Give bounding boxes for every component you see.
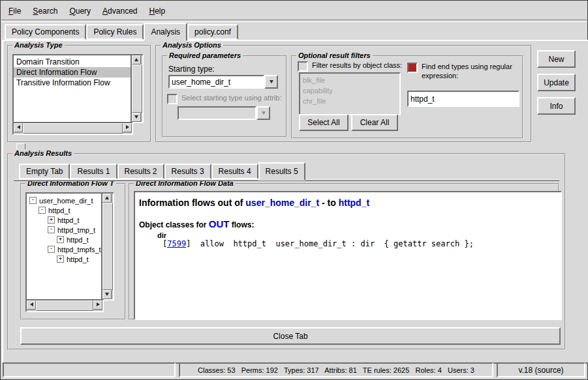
attrib-combobox bbox=[178, 106, 270, 120]
tab-results-3[interactable]: Results 3 bbox=[164, 164, 211, 179]
select-all-button[interactable]: Select All bbox=[299, 114, 348, 131]
flow-tree-hscrollbar[interactable] bbox=[25, 299, 104, 312]
attrib-checkbox bbox=[167, 94, 178, 104]
object-class-filter-checkbox[interactable] bbox=[298, 61, 308, 72]
analysis-type-vscrollbar[interactable] bbox=[131, 54, 144, 123]
scroll-up-icon[interactable] bbox=[102, 194, 112, 203]
tree-toggle-icon[interactable]: + bbox=[57, 236, 64, 243]
scroll-left-icon[interactable] bbox=[14, 123, 23, 132]
tab-results-4[interactable]: Results 4 bbox=[211, 164, 258, 179]
tree-node[interactable]: +httpd_t bbox=[27, 215, 102, 225]
tree-node[interactable]: -httpd_tmpfs_t bbox=[27, 244, 102, 254]
menu-file[interactable]: File bbox=[3, 5, 27, 18]
object-class-list: blk_file capability chr_file bbox=[299, 72, 401, 115]
rule-number-link[interactable]: 7599 bbox=[167, 239, 186, 248]
tree-node[interactable]: -httpd_tmp_t bbox=[27, 225, 102, 235]
tree-toggle-icon[interactable]: + bbox=[57, 256, 64, 263]
tab-policy-components[interactable]: Policy Components bbox=[5, 24, 86, 40]
analysis-type-option-domain-transition[interactable]: Domain Transition bbox=[14, 57, 132, 67]
rule-line: [7599] allow httpd_t user_home_dir_t : d… bbox=[162, 239, 557, 249]
analysis-type-option-transitive-information-flow[interactable]: Transitive Information Flow bbox=[14, 78, 132, 88]
tree-toggle-icon[interactable]: + bbox=[48, 216, 55, 224]
scrollbar-thumb[interactable] bbox=[23, 123, 123, 134]
tree-node[interactable]: -httpd_t bbox=[27, 205, 102, 215]
tab-results-5[interactable]: Results 5 bbox=[258, 162, 305, 181]
attrib-checkbox-row: Select starting type using attrib: bbox=[167, 93, 282, 104]
new-button[interactable]: New bbox=[537, 50, 576, 68]
menu-query[interactable]: Query bbox=[63, 5, 97, 18]
analysis-results-group: Analysis Results Empty Tab Results 1 Res… bbox=[7, 153, 566, 350]
analysis-type-list[interactable]: Domain Transition Direct Information Flo… bbox=[12, 54, 133, 126]
tree-node[interactable]: +httpd_t bbox=[27, 235, 102, 244]
scrollbar-thumb[interactable] bbox=[36, 300, 93, 311]
analysis-type-hscrollbar[interactable] bbox=[12, 122, 133, 135]
analysis-options-title: Analysis Options bbox=[161, 41, 223, 49]
menubar-separator bbox=[1, 20, 587, 22]
tree-node-label[interactable]: httpd_t bbox=[48, 207, 70, 214]
analysis-options-group: Analysis Options Required parameters Sta… bbox=[155, 45, 532, 143]
flow-direction-text: OUT bbox=[209, 218, 230, 229]
regex-checkbox-row: Find end types using regular expression: bbox=[407, 62, 519, 80]
object-class-filter-checkbox-row: Filter results by object class: bbox=[298, 61, 409, 72]
object-class-filter-label: Filter results by object class: bbox=[312, 61, 402, 70]
scroll-left-icon[interactable] bbox=[27, 300, 36, 310]
flow-tree-vscrollbar[interactable] bbox=[101, 192, 114, 300]
regex-entry[interactable] bbox=[407, 91, 519, 107]
object-class-option: capability bbox=[300, 85, 399, 96]
object-class-name: dir bbox=[157, 231, 557, 239]
scroll-right-icon[interactable] bbox=[123, 123, 132, 132]
results-tab-bar: Empty Tab Results 1 Results 2 Results 3 … bbox=[19, 164, 305, 179]
scrollbar-thumb[interactable] bbox=[102, 203, 113, 290]
source-type-text: user_home_dir_t bbox=[245, 197, 319, 208]
tree-toggle-icon[interactable]: - bbox=[39, 207, 46, 214]
flow-data-text[interactable]: Information flows out of user_home_dir_t… bbox=[134, 191, 562, 320]
scroll-down-icon[interactable] bbox=[102, 290, 112, 299]
starting-type-combobox[interactable] bbox=[168, 75, 278, 89]
tab-policy-rules[interactable]: Policy Rules bbox=[86, 24, 144, 40]
tree-toggle-icon[interactable]: - bbox=[48, 246, 55, 253]
update-button[interactable]: Update bbox=[537, 74, 576, 91]
scroll-right-icon[interactable] bbox=[93, 300, 102, 310]
scroll-down-icon[interactable] bbox=[132, 113, 141, 122]
tree-toggle-icon[interactable]: - bbox=[48, 226, 55, 233]
tree-node-label[interactable]: httpd_tmp_t bbox=[57, 226, 95, 234]
tree-node-label[interactable]: httpd_t bbox=[67, 236, 89, 244]
tab-policy-conf[interactable]: policy.conf bbox=[187, 24, 238, 40]
menu-advanced[interactable]: Advanced bbox=[97, 5, 143, 18]
flow-tree[interactable]: -user_home_dir_t -httpd_t +httpd_t -http… bbox=[25, 192, 104, 304]
regex-checkbox[interactable] bbox=[407, 63, 418, 73]
close-tab-button[interactable]: Close Tab bbox=[20, 327, 561, 345]
tab-results-1[interactable]: Results 1 bbox=[70, 164, 117, 179]
scrollbar-thumb[interactable] bbox=[132, 65, 142, 113]
tree-node-label[interactable]: httpd_tmpfs_t bbox=[57, 246, 101, 254]
scroll-up-icon[interactable] bbox=[132, 55, 141, 65]
tree-toggle-icon[interactable]: - bbox=[29, 197, 37, 204]
tab-results-2[interactable]: Results 2 bbox=[117, 164, 164, 179]
policy-version: v.18 (source) bbox=[497, 362, 585, 377]
rule-text: allow httpd_t user_home_dir_t : dir { ge… bbox=[191, 239, 473, 248]
analysis-results-title: Analysis Results bbox=[12, 149, 74, 157]
analysis-type-title: Analysis Type bbox=[12, 41, 65, 49]
optional-result-filters-title: Optional result filters bbox=[296, 51, 373, 59]
info-button[interactable]: Info bbox=[537, 97, 576, 115]
clear-all-button[interactable]: Clear All bbox=[351, 114, 398, 131]
regex-input[interactable] bbox=[409, 95, 518, 104]
tab-empty-tab[interactable]: Empty Tab bbox=[19, 164, 70, 179]
chevron-down-icon[interactable] bbox=[264, 75, 278, 89]
tree-node-label[interactable]: httpd_t bbox=[57, 216, 80, 224]
menu-search[interactable]: Search bbox=[27, 5, 63, 18]
tree-node[interactable]: +httpd_t bbox=[27, 254, 102, 264]
object-class-option: chr_file bbox=[300, 96, 399, 106]
tree-node-label[interactable]: httpd_t bbox=[67, 256, 89, 263]
tree-node[interactable]: -user_home_dir_t bbox=[27, 196, 102, 205]
starting-type-input[interactable] bbox=[170, 78, 263, 87]
object-classes-line: Object classes for OUT flows: bbox=[139, 218, 557, 229]
tab-analysis[interactable]: Analysis bbox=[144, 23, 187, 41]
analysis-type-group: Analysis Type Domain Transition Direct I… bbox=[7, 45, 151, 143]
policy-stats: Classes: 53 Perms: 192 Types: 317 Attrib… bbox=[179, 362, 493, 377]
tree-node-label[interactable]: user_home_dir_t bbox=[39, 197, 93, 205]
attrib-checkbox-label: Select starting type using attrib: bbox=[181, 93, 281, 102]
optional-result-filters-group: Optional result filters Filter results b… bbox=[291, 55, 523, 139]
analysis-type-option-direct-information-flow[interactable]: Direct Information Flow bbox=[14, 67, 132, 78]
menu-help[interactable]: Help bbox=[143, 5, 171, 18]
